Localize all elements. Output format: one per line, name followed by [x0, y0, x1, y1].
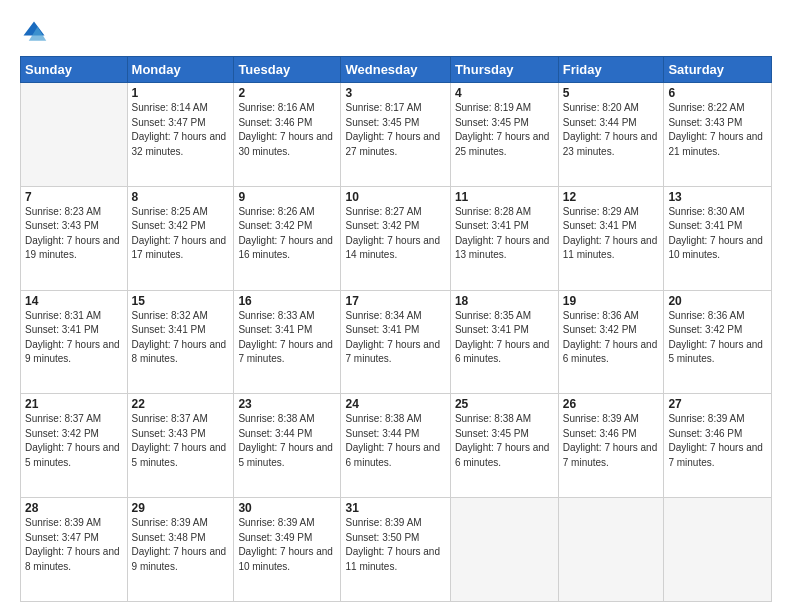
day-info: Sunrise: 8:30 AMSunset: 3:41 PMDaylight:…	[668, 205, 767, 263]
header	[20, 18, 772, 46]
calendar-day-cell: 10Sunrise: 8:27 AMSunset: 3:42 PMDayligh…	[341, 186, 450, 290]
day-info: Sunrise: 8:28 AMSunset: 3:41 PMDaylight:…	[455, 205, 554, 263]
calendar-day-cell: 24Sunrise: 8:38 AMSunset: 3:44 PMDayligh…	[341, 394, 450, 498]
day-number: 14	[25, 294, 123, 308]
day-info: Sunrise: 8:36 AMSunset: 3:42 PMDaylight:…	[668, 309, 767, 367]
calendar-day-cell: 17Sunrise: 8:34 AMSunset: 3:41 PMDayligh…	[341, 290, 450, 394]
weekday-header-friday: Friday	[558, 57, 664, 83]
calendar-day-cell	[558, 498, 664, 602]
calendar-week-row: 21Sunrise: 8:37 AMSunset: 3:42 PMDayligh…	[21, 394, 772, 498]
calendar-day-cell: 23Sunrise: 8:38 AMSunset: 3:44 PMDayligh…	[234, 394, 341, 498]
day-number: 11	[455, 190, 554, 204]
calendar-day-cell: 9Sunrise: 8:26 AMSunset: 3:42 PMDaylight…	[234, 186, 341, 290]
day-number: 13	[668, 190, 767, 204]
weekday-header-row: SundayMondayTuesdayWednesdayThursdayFrid…	[21, 57, 772, 83]
day-number: 15	[132, 294, 230, 308]
calendar-week-row: 1Sunrise: 8:14 AMSunset: 3:47 PMDaylight…	[21, 83, 772, 187]
day-info: Sunrise: 8:38 AMSunset: 3:44 PMDaylight:…	[345, 412, 445, 470]
calendar-day-cell: 3Sunrise: 8:17 AMSunset: 3:45 PMDaylight…	[341, 83, 450, 187]
calendar-day-cell: 26Sunrise: 8:39 AMSunset: 3:46 PMDayligh…	[558, 394, 664, 498]
day-number: 18	[455, 294, 554, 308]
calendar-day-cell: 19Sunrise: 8:36 AMSunset: 3:42 PMDayligh…	[558, 290, 664, 394]
day-info: Sunrise: 8:32 AMSunset: 3:41 PMDaylight:…	[132, 309, 230, 367]
page: SundayMondayTuesdayWednesdayThursdayFrid…	[0, 0, 792, 612]
calendar-day-cell: 6Sunrise: 8:22 AMSunset: 3:43 PMDaylight…	[664, 83, 772, 187]
calendar-day-cell: 31Sunrise: 8:39 AMSunset: 3:50 PMDayligh…	[341, 498, 450, 602]
day-number: 27	[668, 397, 767, 411]
day-number: 9	[238, 190, 336, 204]
calendar-week-row: 14Sunrise: 8:31 AMSunset: 3:41 PMDayligh…	[21, 290, 772, 394]
calendar-day-cell: 5Sunrise: 8:20 AMSunset: 3:44 PMDaylight…	[558, 83, 664, 187]
day-info: Sunrise: 8:39 AMSunset: 3:48 PMDaylight:…	[132, 516, 230, 574]
day-number: 4	[455, 86, 554, 100]
calendar-day-cell: 14Sunrise: 8:31 AMSunset: 3:41 PMDayligh…	[21, 290, 128, 394]
day-info: Sunrise: 8:39 AMSunset: 3:50 PMDaylight:…	[345, 516, 445, 574]
day-info: Sunrise: 8:27 AMSunset: 3:42 PMDaylight:…	[345, 205, 445, 263]
calendar-day-cell: 13Sunrise: 8:30 AMSunset: 3:41 PMDayligh…	[664, 186, 772, 290]
calendar-day-cell	[664, 498, 772, 602]
calendar-day-cell: 27Sunrise: 8:39 AMSunset: 3:46 PMDayligh…	[664, 394, 772, 498]
day-info: Sunrise: 8:37 AMSunset: 3:42 PMDaylight:…	[25, 412, 123, 470]
weekday-header-monday: Monday	[127, 57, 234, 83]
calendar-day-cell: 22Sunrise: 8:37 AMSunset: 3:43 PMDayligh…	[127, 394, 234, 498]
calendar-day-cell: 7Sunrise: 8:23 AMSunset: 3:43 PMDaylight…	[21, 186, 128, 290]
weekday-header-saturday: Saturday	[664, 57, 772, 83]
day-info: Sunrise: 8:17 AMSunset: 3:45 PMDaylight:…	[345, 101, 445, 159]
calendar-day-cell: 4Sunrise: 8:19 AMSunset: 3:45 PMDaylight…	[450, 83, 558, 187]
day-info: Sunrise: 8:20 AMSunset: 3:44 PMDaylight:…	[563, 101, 660, 159]
calendar-day-cell: 28Sunrise: 8:39 AMSunset: 3:47 PMDayligh…	[21, 498, 128, 602]
weekday-header-wednesday: Wednesday	[341, 57, 450, 83]
calendar-day-cell: 15Sunrise: 8:32 AMSunset: 3:41 PMDayligh…	[127, 290, 234, 394]
day-number: 21	[25, 397, 123, 411]
calendar-table: SundayMondayTuesdayWednesdayThursdayFrid…	[20, 56, 772, 602]
logo-icon	[20, 18, 48, 46]
day-number: 26	[563, 397, 660, 411]
day-info: Sunrise: 8:38 AMSunset: 3:44 PMDaylight:…	[238, 412, 336, 470]
day-info: Sunrise: 8:33 AMSunset: 3:41 PMDaylight:…	[238, 309, 336, 367]
calendar-day-cell: 21Sunrise: 8:37 AMSunset: 3:42 PMDayligh…	[21, 394, 128, 498]
day-info: Sunrise: 8:34 AMSunset: 3:41 PMDaylight:…	[345, 309, 445, 367]
day-number: 20	[668, 294, 767, 308]
day-info: Sunrise: 8:35 AMSunset: 3:41 PMDaylight:…	[455, 309, 554, 367]
day-number: 28	[25, 501, 123, 515]
day-info: Sunrise: 8:16 AMSunset: 3:46 PMDaylight:…	[238, 101, 336, 159]
day-info: Sunrise: 8:23 AMSunset: 3:43 PMDaylight:…	[25, 205, 123, 263]
day-number: 6	[668, 86, 767, 100]
calendar-week-row: 7Sunrise: 8:23 AMSunset: 3:43 PMDaylight…	[21, 186, 772, 290]
day-number: 2	[238, 86, 336, 100]
day-info: Sunrise: 8:36 AMSunset: 3:42 PMDaylight:…	[563, 309, 660, 367]
calendar-day-cell: 1Sunrise: 8:14 AMSunset: 3:47 PMDaylight…	[127, 83, 234, 187]
calendar-day-cell: 18Sunrise: 8:35 AMSunset: 3:41 PMDayligh…	[450, 290, 558, 394]
day-number: 1	[132, 86, 230, 100]
calendar-day-cell	[21, 83, 128, 187]
day-number: 16	[238, 294, 336, 308]
day-info: Sunrise: 8:19 AMSunset: 3:45 PMDaylight:…	[455, 101, 554, 159]
day-number: 5	[563, 86, 660, 100]
day-number: 3	[345, 86, 445, 100]
day-number: 19	[563, 294, 660, 308]
day-info: Sunrise: 8:39 AMSunset: 3:46 PMDaylight:…	[668, 412, 767, 470]
day-number: 31	[345, 501, 445, 515]
weekday-header-tuesday: Tuesday	[234, 57, 341, 83]
day-info: Sunrise: 8:22 AMSunset: 3:43 PMDaylight:…	[668, 101, 767, 159]
calendar-day-cell: 25Sunrise: 8:38 AMSunset: 3:45 PMDayligh…	[450, 394, 558, 498]
weekday-header-thursday: Thursday	[450, 57, 558, 83]
day-info: Sunrise: 8:31 AMSunset: 3:41 PMDaylight:…	[25, 309, 123, 367]
calendar-day-cell	[450, 498, 558, 602]
calendar-day-cell: 30Sunrise: 8:39 AMSunset: 3:49 PMDayligh…	[234, 498, 341, 602]
day-number: 23	[238, 397, 336, 411]
day-number: 17	[345, 294, 445, 308]
day-number: 29	[132, 501, 230, 515]
day-number: 10	[345, 190, 445, 204]
calendar-day-cell: 8Sunrise: 8:25 AMSunset: 3:42 PMDaylight…	[127, 186, 234, 290]
day-number: 8	[132, 190, 230, 204]
day-info: Sunrise: 8:14 AMSunset: 3:47 PMDaylight:…	[132, 101, 230, 159]
day-number: 12	[563, 190, 660, 204]
calendar-day-cell: 20Sunrise: 8:36 AMSunset: 3:42 PMDayligh…	[664, 290, 772, 394]
day-number: 30	[238, 501, 336, 515]
day-info: Sunrise: 8:25 AMSunset: 3:42 PMDaylight:…	[132, 205, 230, 263]
calendar-week-row: 28Sunrise: 8:39 AMSunset: 3:47 PMDayligh…	[21, 498, 772, 602]
day-info: Sunrise: 8:39 AMSunset: 3:46 PMDaylight:…	[563, 412, 660, 470]
day-info: Sunrise: 8:39 AMSunset: 3:47 PMDaylight:…	[25, 516, 123, 574]
calendar-day-cell: 2Sunrise: 8:16 AMSunset: 3:46 PMDaylight…	[234, 83, 341, 187]
